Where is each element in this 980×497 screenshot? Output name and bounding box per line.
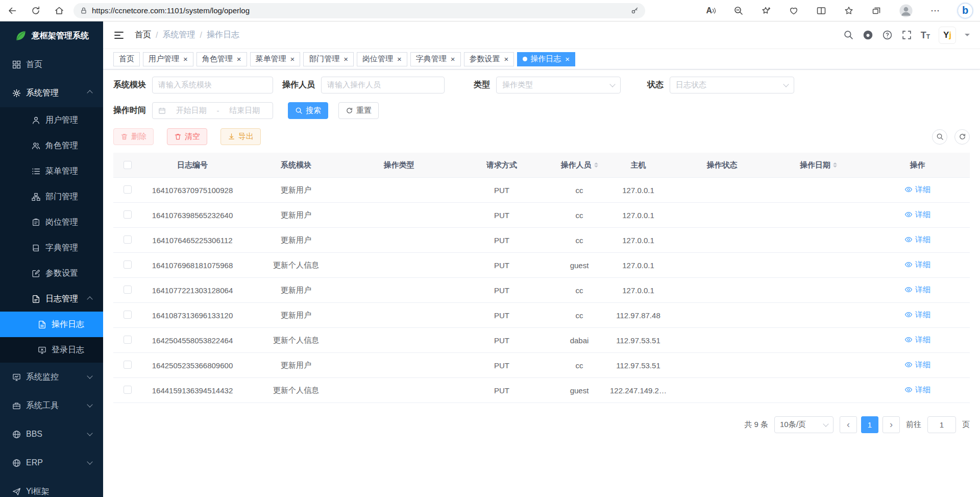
tab-department-mgmt[interactable]: 部门管理× <box>303 52 354 66</box>
tab-operation-log[interactable]: 操作日志× <box>517 52 575 66</box>
row-checkbox[interactable] <box>124 386 132 394</box>
tab-dict-mgmt[interactable]: 字典管理× <box>410 52 461 66</box>
table-row[interactable]: 1641076465225306112 更新用户 PUT cc 127.0.0.… <box>113 228 970 253</box>
detail-link[interactable]: 详细 <box>904 260 930 270</box>
sidebar-item-operation-log[interactable]: 操作日志 <box>0 312 103 337</box>
address-bar[interactable]: https://ccnetcore.com:1101/system/log/op… <box>74 3 645 18</box>
close-icon[interactable]: × <box>397 55 402 63</box>
browser-essentials-icon[interactable] <box>789 6 799 16</box>
tab-role-mgmt[interactable]: 角色管理× <box>197 52 247 66</box>
detail-link[interactable]: 详细 <box>904 310 930 320</box>
home-icon[interactable] <box>54 6 64 16</box>
sidebar-item-param-settings[interactable]: 参数设置 <box>0 261 103 286</box>
toggle-search-button[interactable] <box>932 129 947 145</box>
more-menu-icon[interactable]: ⋯ <box>930 5 940 16</box>
github-icon[interactable] <box>863 30 873 40</box>
font-size-icon[interactable]: TT <box>921 31 930 40</box>
start-date-placeholder[interactable]: 开始日期 <box>169 106 214 115</box>
end-date-placeholder[interactable]: 结束日期 <box>223 106 267 115</box>
page-jump-input[interactable] <box>927 416 956 433</box>
detail-link[interactable]: 详细 <box>904 385 930 395</box>
close-icon[interactable]: × <box>290 55 295 63</box>
sidebar-item-system-mgmt[interactable]: 系统管理 <box>0 79 103 107</box>
chevron-down-icon[interactable] <box>965 34 970 39</box>
tab-home[interactable]: 首页 <box>113 52 140 66</box>
password-key-icon[interactable] <box>630 6 639 15</box>
back-icon[interactable] <box>7 6 17 16</box>
operator-input[interactable]: 请输入操作人员 <box>321 77 445 93</box>
reset-button[interactable]: 重置 <box>338 102 379 119</box>
bing-icon[interactable]: b <box>958 3 973 18</box>
close-icon[interactable]: × <box>451 55 455 63</box>
table-row[interactable]: 1641076370975100928 更新用户 PUT cc 127.0.0.… <box>113 178 970 203</box>
sidebar-item-user-mgmt[interactable]: 用户管理 <box>0 107 103 133</box>
add-favorite-icon[interactable] <box>761 6 771 16</box>
table-row[interactable]: 1644159136394514432 更新个人信息 PUT guest 122… <box>113 378 970 403</box>
module-input[interactable]: 请输入系统模块 <box>152 77 273 93</box>
user-avatar-logo[interactable]: Yj <box>939 27 956 44</box>
breadcrumb-home[interactable]: 首页 <box>135 30 151 40</box>
detail-link[interactable]: 详细 <box>904 335 930 345</box>
sidebar-item-role-mgmt[interactable]: 角色管理 <box>0 133 103 158</box>
row-checkbox[interactable] <box>124 261 132 269</box>
refresh-table-button[interactable] <box>954 129 970 145</box>
sidebar-item-home[interactable]: 首页 <box>0 50 103 79</box>
tab-menu-mgmt[interactable]: 菜单管理× <box>250 52 301 66</box>
tab-post-mgmt[interactable]: 岗位管理× <box>357 52 407 66</box>
breadcrumb-system-mgmt[interactable]: 系统管理 <box>162 30 195 40</box>
table-row[interactable]: 1641076968181075968 更新个人信息 PUT guest 127… <box>113 253 970 278</box>
profile-avatar[interactable] <box>899 4 913 18</box>
close-icon[interactable]: × <box>344 55 348 63</box>
detail-link[interactable]: 详细 <box>904 285 930 295</box>
export-button[interactable]: 导出 <box>220 128 261 145</box>
page-size-select[interactable]: 10条/页 <box>774 416 834 433</box>
split-screen-icon[interactable] <box>816 6 826 16</box>
table-row[interactable]: 1641076398565232640 更新用户 PUT cc 127.0.0.… <box>113 203 970 228</box>
row-checkbox[interactable] <box>124 185 132 194</box>
sort-caret-icon[interactable] <box>833 160 837 170</box>
detail-link[interactable]: 详细 <box>904 185 930 195</box>
sidebar-item-bbs[interactable]: BBS <box>0 420 103 448</box>
row-checkbox[interactable] <box>124 336 132 344</box>
sort-caret-icon[interactable] <box>594 160 598 170</box>
close-icon[interactable]: × <box>237 55 241 63</box>
status-select[interactable]: 日志状态 <box>670 77 794 93</box>
read-aloud-icon[interactable]: A <box>706 6 716 15</box>
detail-link[interactable]: 详细 <box>904 210 930 220</box>
close-icon[interactable]: × <box>565 55 570 63</box>
url-text[interactable]: https://ccnetcore.com:1101/system/log/op… <box>92 6 626 15</box>
refresh-icon[interactable] <box>31 6 41 16</box>
col-header-operator[interactable]: 操作人员 <box>554 160 604 170</box>
fullscreen-icon[interactable] <box>901 30 912 40</box>
tab-param-settings[interactable]: 参数设置× <box>464 52 514 66</box>
close-icon[interactable]: × <box>183 55 188 63</box>
sidebar-item-menu-mgmt[interactable]: 菜单管理 <box>0 158 103 184</box>
sidebar-toggle-icon[interactable] <box>113 30 125 41</box>
row-checkbox[interactable] <box>124 286 132 294</box>
type-select[interactable]: 操作类型 <box>496 77 621 93</box>
row-checkbox[interactable] <box>124 235 132 244</box>
select-all-checkbox[interactable] <box>124 161 132 169</box>
sidebar-item-post-mgmt[interactable]: 岗位管理 <box>0 209 103 235</box>
search-button[interactable]: 搜索 <box>288 102 328 119</box>
sidebar-item-dict-mgmt[interactable]: 字典管理 <box>0 235 103 261</box>
table-row[interactable]: 1642505235366809600 更新用户 PUT cc 112.97.5… <box>113 353 970 378</box>
sidebar-item-system-monitor[interactable]: 系统监控 <box>0 363 103 391</box>
table-row[interactable]: 1641077221303128064 更新用户 PUT cc 127.0.0.… <box>113 278 970 303</box>
row-checkbox[interactable] <box>124 361 132 369</box>
sidebar-item-login-log[interactable]: 登录日志 <box>0 337 103 363</box>
page-number-button[interactable]: 1 <box>861 416 878 433</box>
sidebar-item-log-mgmt[interactable]: 日志管理 <box>0 286 103 312</box>
sidebar-item-system-tools[interactable]: 系统工具 <box>0 391 103 420</box>
collections-icon[interactable] <box>871 6 881 16</box>
close-icon[interactable]: × <box>504 55 509 63</box>
help-icon[interactable] <box>882 30 893 40</box>
tab-user-mgmt[interactable]: 用户管理× <box>143 52 193 66</box>
date-range-picker[interactable]: 开始日期 - 结束日期 <box>152 102 273 119</box>
sidebar-item-yi-framework[interactable]: Yi框架 <box>0 477 103 497</box>
detail-link[interactable]: 详细 <box>904 360 930 370</box>
row-checkbox[interactable] <box>124 311 132 319</box>
next-page-button[interactable]: › <box>883 416 900 433</box>
clear-button[interactable]: 清空 <box>167 128 207 145</box>
prev-page-button[interactable]: ‹ <box>840 416 857 433</box>
